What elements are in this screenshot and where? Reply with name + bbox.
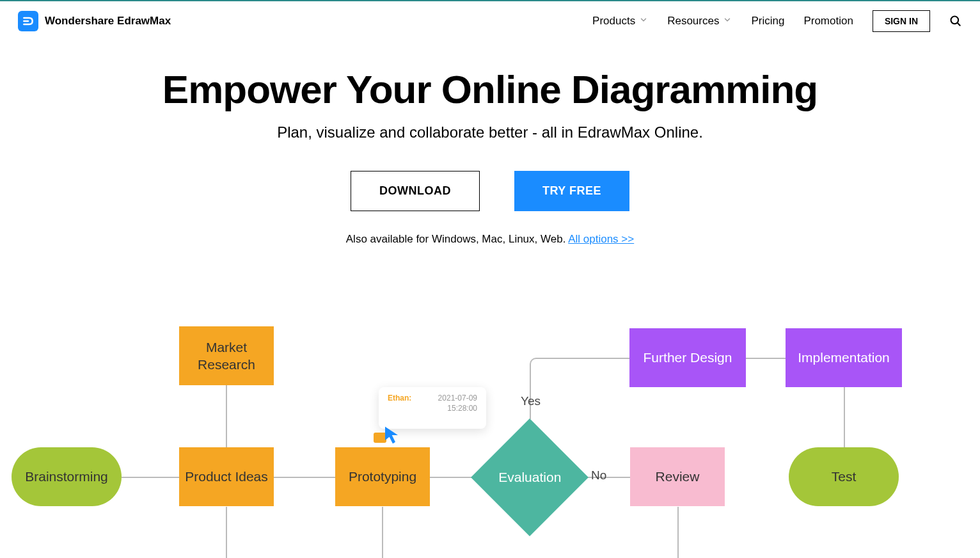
hero-subtitle: Plan, visualize and collaborate better -… bbox=[0, 124, 980, 141]
hero: Empower Your Online Diagramming Plan, vi… bbox=[0, 67, 980, 246]
node-product-ideas: Product Ideas bbox=[179, 447, 274, 506]
edge-label-no: No bbox=[591, 468, 606, 482]
comment-timestamp: 2021-07-09 15:28:00 bbox=[438, 394, 477, 413]
node-evaluation-label: Evaluation bbox=[498, 468, 561, 486]
connector bbox=[536, 358, 629, 359]
connector bbox=[382, 507, 383, 558]
nav-resources[interactable]: Resources bbox=[667, 15, 732, 28]
connector bbox=[226, 383, 227, 447]
node-prototyping: Prototyping bbox=[335, 447, 430, 506]
nav-promotion[interactable]: Promotion bbox=[803, 15, 853, 28]
node-review: Review bbox=[630, 447, 725, 506]
search-icon[interactable] bbox=[949, 15, 962, 28]
cursor-icon bbox=[383, 425, 403, 448]
node-evaluation: Evaluation bbox=[471, 418, 589, 536]
header: Wondershare EdrawMax Products Resources … bbox=[0, 1, 980, 41]
node-brainstorming: Brainstorming bbox=[12, 447, 122, 506]
tryfree-button[interactable]: TRY FREE bbox=[514, 171, 629, 211]
nav-products[interactable]: Products bbox=[592, 15, 648, 28]
chevron-down-icon bbox=[639, 15, 648, 28]
node-implementation: Implementation bbox=[786, 328, 902, 387]
connector bbox=[226, 507, 227, 558]
connector bbox=[274, 477, 335, 478]
nav-pricing-label: Pricing bbox=[751, 15, 784, 28]
connector bbox=[122, 477, 179, 478]
connector-corner bbox=[530, 358, 542, 371]
signin-button[interactable]: SIGN IN bbox=[873, 10, 930, 32]
edge-label-yes: Yes bbox=[521, 394, 541, 408]
connector bbox=[677, 507, 679, 558]
node-further-design: Further Design bbox=[629, 328, 746, 387]
connector bbox=[844, 387, 845, 447]
logo[interactable]: Wondershare EdrawMax bbox=[18, 11, 171, 31]
logo-icon bbox=[18, 11, 38, 31]
cta-row: DOWNLOAD TRY FREE bbox=[0, 171, 980, 211]
all-options-link[interactable]: All options >> bbox=[568, 233, 634, 245]
nav: Products Resources Pricing Promotion SIG… bbox=[592, 10, 962, 32]
nav-resources-label: Resources bbox=[667, 15, 719, 28]
connector bbox=[530, 364, 531, 419]
comment-card: Ethan: 2021-07-09 15:28:00 bbox=[379, 387, 486, 429]
comment-user: Ethan: bbox=[388, 394, 411, 403]
brand-text: Wondershare EdrawMax bbox=[45, 15, 171, 28]
availability-text: Also available for Windows, Mac, Linux, … bbox=[0, 233, 980, 246]
nav-products-label: Products bbox=[592, 15, 635, 28]
nav-promotion-label: Promotion bbox=[803, 15, 853, 28]
node-market-research: Market Research bbox=[179, 326, 274, 385]
nav-pricing[interactable]: Pricing bbox=[751, 15, 784, 28]
diagram-illustration: Yes No Brainstorming Market Research Pro… bbox=[0, 297, 980, 553]
node-test: Test bbox=[789, 447, 899, 506]
download-button[interactable]: DOWNLOAD bbox=[351, 171, 480, 211]
hero-title: Empower Your Online Diagramming bbox=[0, 67, 980, 112]
availability-prefix: Also available for Windows, Mac, Linux, … bbox=[346, 233, 568, 245]
chevron-down-icon bbox=[723, 15, 732, 28]
connector bbox=[746, 358, 787, 359]
